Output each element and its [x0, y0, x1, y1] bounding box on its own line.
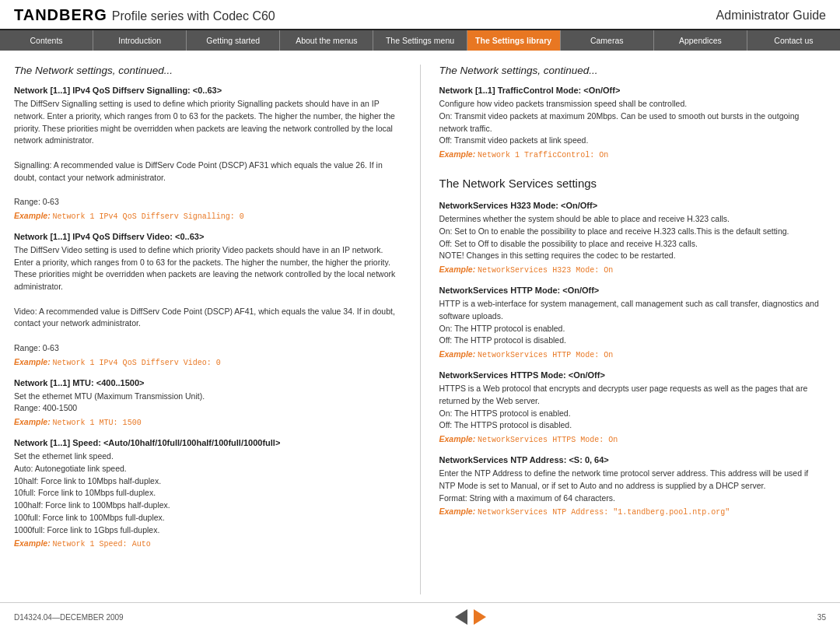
right-section-title: The Network settings, continued... [439, 65, 827, 76]
services-section-title: The Network Services settings [439, 177, 827, 190]
nav-item-contact-us[interactable]: Contact us [747, 30, 840, 51]
example-label: Example: [439, 434, 476, 443]
setting-block-mtu: Network [1..1] MTU: <400..1500>Set the e… [14, 378, 401, 428]
setting-heading-h323: NetworkServices H323 Mode: <On/Off> [439, 201, 827, 210]
setting-body-mtu: Set the ethernet MTU (Maximum Transmissi… [14, 391, 401, 415]
page-footer: D14324.04—DECEMBER 2009 35 [0, 602, 840, 631]
example-code: Network 1 MTU: 1500 [53, 419, 142, 427]
setting-block-https: NetworkServices HTTPS Mode: <On/Off>HTTP… [439, 370, 827, 444]
nav-item-getting-started[interactable]: Getting started [187, 30, 280, 51]
page-header: TANDBERG Profile series with Codec C60 A… [0, 0, 840, 30]
example-line-https: Example: NetworkServices HTTPS Mode: On [439, 434, 827, 444]
setting-block-speed: Network [1..1] Speed: <Auto/10half/10ful… [14, 438, 401, 549]
setting-body-trafficcontrol: Configure how video packets transmission… [439, 98, 827, 147]
example-line-ipv4-qos-signalling: Example: Network 1 IPv4 QoS Diffserv Sig… [14, 211, 401, 221]
setting-heading-mtu: Network [1..1] MTU: <400..1500> [14, 378, 401, 387]
nav-item-introduction[interactable]: Introduction [93, 30, 187, 51]
example-code: Network 1 IPv4 QoS Diffserv Video: 0 [53, 359, 221, 367]
navigation-bar: ContentsIntroductionGetting startedAbout… [0, 30, 840, 51]
example-label: Example: [14, 417, 51, 426]
setting-body-h323: Determines whether the system should be … [439, 213, 827, 262]
setting-block-h323: NetworkServices H323 Mode: <On/Off>Deter… [439, 201, 827, 275]
setting-heading-http: NetworkServices HTTP Mode: <On/Off> [439, 286, 827, 295]
nav-item-the-settings-library[interactable]: The Settings library [467, 30, 561, 51]
header-guide: Administrator Guide [716, 9, 826, 23]
example-label: Example: [14, 211, 51, 220]
setting-heading-speed: Network [1..1] Speed: <Auto/10half/10ful… [14, 438, 401, 447]
example-code: NetworkServices NTP Address: "1.tandberg… [478, 508, 730, 517]
setting-body-http: HTTP is a web-interface for system manag… [439, 298, 827, 347]
example-line-mtu: Example: Network 1 MTU: 1500 [14, 417, 401, 427]
example-label: Example: [14, 357, 51, 366]
example-label: Example: [14, 538, 51, 548]
setting-body-speed: Set the ethernet link speed.Auto: Autone… [14, 450, 401, 536]
nav-item-appendices[interactable]: Appendices [654, 30, 747, 51]
footer-navigation[interactable] [455, 609, 486, 625]
example-label: Example: [439, 507, 476, 516]
example-line-speed: Example: Network 1 Speed: Auto [14, 538, 401, 549]
example-line-trafficcontrol: Example: Network 1 TrafficControl: On [439, 149, 827, 160]
example-code: NetworkServices HTTPS Mode: On [478, 436, 618, 444]
example-line-http: Example: NetworkServices HTTP Mode: On [439, 349, 827, 359]
example-code: Network 1 TrafficControl: On [478, 151, 608, 160]
setting-heading-https: NetworkServices HTTPS Mode: <On/Off> [439, 370, 827, 380]
setting-heading-trafficcontrol: Network [1..1] TrafficControl Mode: <On/… [439, 86, 827, 95]
setting-heading-ipv4-qos-video: Network [1..1] IPv4 QoS Diffserv Video: … [14, 232, 401, 241]
example-code: Network 1 IPv4 QoS Diffserv Signalling: … [53, 212, 244, 221]
setting-body-https: HTTPS is a Web protocol that encrypts an… [439, 383, 827, 432]
nav-item-about-the-menus[interactable]: About the menus [280, 30, 373, 51]
column-divider [420, 65, 421, 594]
setting-block-ntp: NetworkServices NTP Address: <S: 0, 64>E… [439, 455, 827, 517]
left-section-title: The Network settings, continued... [14, 65, 401, 76]
page-number: 35 [817, 613, 826, 622]
header-left: TANDBERG Profile series with Codec C60 [14, 6, 275, 24]
left-column: The Network settings, continued... Netwo… [14, 65, 401, 594]
example-line-ntp: Example: NetworkServices NTP Address: "1… [439, 507, 827, 517]
example-code: NetworkServices H323 Mode: On [478, 266, 613, 275]
setting-body-ntp: Enter the NTP Address to define the netw… [439, 468, 827, 504]
example-label: Example: [439, 349, 476, 359]
right-column: The Network settings, continued... Netwo… [439, 65, 827, 594]
setting-block-ipv4-qos-signalling: Network [1..1] IPv4 QoS Diffserv Signall… [14, 86, 401, 221]
header-subtitle: Profile series with Codec C60 [112, 9, 275, 23]
prev-page-arrow[interactable] [455, 609, 467, 625]
nav-item-contents[interactable]: Contents [0, 30, 93, 51]
example-code: NetworkServices HTTP Mode: On [478, 351, 613, 359]
example-label: Example: [439, 149, 476, 159]
setting-body-ipv4-qos-video: The DiffServ Video setting is used to de… [14, 244, 401, 355]
main-content: The Network settings, continued... Netwo… [0, 51, 840, 602]
footer-date: D14324.04—DECEMBER 2009 [14, 613, 124, 622]
example-label: Example: [439, 265, 476, 274]
setting-block-trafficcontrol: Network [1..1] TrafficControl Mode: <On/… [439, 86, 827, 160]
example-code: Network 1 Speed: Auto [53, 540, 151, 549]
setting-body-ipv4-qos-signalling: The DiffServ Signalling setting is used … [14, 98, 401, 209]
setting-block-http: NetworkServices HTTP Mode: <On/Off>HTTP … [439, 286, 827, 359]
nav-item-the-settings-menu[interactable]: The Settings menu [373, 30, 467, 51]
setting-heading-ntp: NetworkServices NTP Address: <S: 0, 64> [439, 455, 827, 464]
next-page-arrow[interactable] [474, 609, 486, 625]
example-line-ipv4-qos-video: Example: Network 1 IPv4 QoS Diffserv Vid… [14, 357, 401, 367]
nav-item-cameras[interactable]: Cameras [561, 30, 654, 51]
setting-heading-ipv4-qos-signalling: Network [1..1] IPv4 QoS Diffserv Signall… [14, 86, 401, 95]
logo: TANDBERG [14, 6, 107, 24]
example-line-h323: Example: NetworkServices H323 Mode: On [439, 265, 827, 275]
setting-block-ipv4-qos-video: Network [1..1] IPv4 QoS Diffserv Video: … [14, 232, 401, 367]
